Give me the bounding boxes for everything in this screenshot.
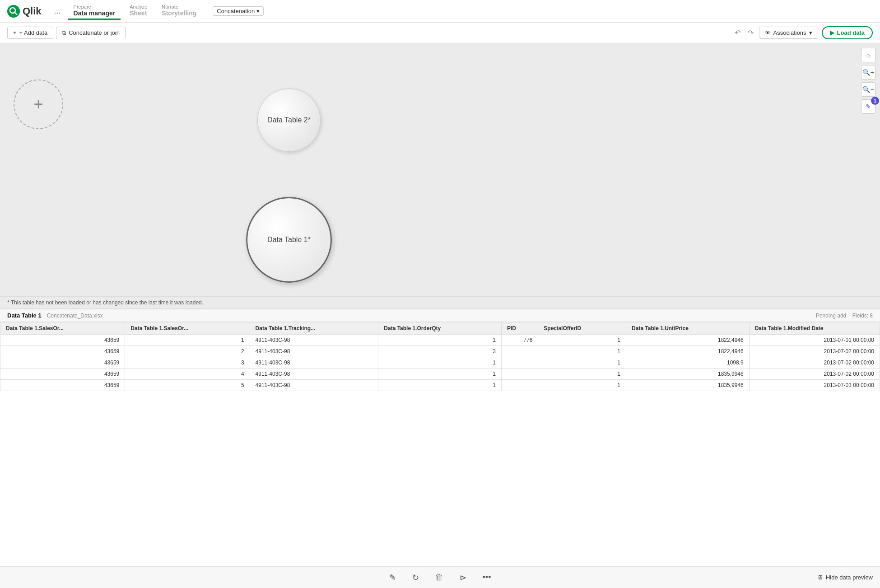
zoom-out-button[interactable]: 🔍− [861, 82, 875, 97]
table-cell: 2 [125, 346, 250, 357]
table-row: 4365934911-403C-98111098,92013-07-02 00:… [0, 357, 880, 369]
table-cell: 2013-07-01 00:00:00 [749, 335, 880, 346]
home-view-button[interactable]: ⌂ [861, 48, 875, 62]
table-cell: 2013-07-02 00:00:00 [749, 357, 880, 369]
table-cell: 43659 [0, 357, 125, 369]
table-cell: 4911-403C-98 [250, 346, 378, 357]
table-cell [501, 369, 538, 380]
bottom-toolbar: ✎ ↻ 🗑 ⊳ ••• 🖥 Hide data preview [0, 566, 880, 588]
more-options-button[interactable]: ... [51, 5, 65, 18]
data-preview-subtitle: Concatenate_Data.xlsx [47, 313, 103, 319]
concatenation-dropdown[interactable]: Concatenation ▾ [213, 6, 264, 16]
table-cell: 5 [125, 380, 250, 391]
table-body: 4365914911-403C-98177611822,49462013-07-… [0, 335, 880, 391]
canvas-area: + Data Table 2* Data Table 1* ⌂ 🔍+ 🔍− 1 … [0, 43, 880, 296]
table-cell: 4911-403C-98 [250, 380, 378, 391]
home-icon: ⌂ [866, 51, 870, 59]
data-table: Data Table 1.SalesOr...Data Table 1.Sale… [0, 322, 880, 391]
table-cell: 3 [378, 346, 502, 357]
filter-button[interactable]: ⊳ [455, 570, 471, 585]
table-row: 4365944911-403C-98111835,99462013-07-02 … [0, 369, 880, 380]
table-col-header: Data Table 1.Tracking... [250, 322, 378, 335]
qlik-logo-text: Qlik [23, 5, 42, 17]
add-data-button[interactable]: + + Add data [7, 27, 53, 39]
add-table-button[interactable]: + [14, 79, 63, 129]
table-cell: 1835,9946 [626, 369, 750, 380]
toolbar-right: ↶ ↷ 👁 Associations ▾ ▶ Load data [733, 26, 873, 39]
qlik-logo: Qlik [7, 5, 42, 18]
data-table-2-label: Data Table 2* [267, 116, 311, 124]
table-cell: 4911-403C-98 [250, 369, 378, 380]
data-table-2-node[interactable]: Data Table 2* [257, 89, 321, 152]
add-table-plus-icon: + [33, 95, 43, 114]
table-cell: 1 [538, 380, 626, 391]
table-cell: 1822,4946 [626, 335, 750, 346]
footnote-text: * This table has not been loaded or has … [7, 299, 203, 306]
table-cell: 43659 [0, 335, 125, 346]
concatenate-label: Concatenate or join [69, 29, 120, 36]
table-wrapper: Data Table 1.SalesOr...Data Table 1.Sale… [0, 322, 880, 391]
table-cell: 1 [378, 369, 502, 380]
data-preview-header: Data Table 1 Concatenate_Data.xlsx Pendi… [0, 309, 880, 322]
data-table-1-node[interactable]: Data Table 1* [246, 197, 332, 283]
filter-icon: ⊳ [460, 573, 466, 582]
data-table-1-label: Data Table 1* [267, 236, 311, 244]
tab-prepare-sub: Prepare [74, 4, 116, 9]
table-cell: 43659 [0, 380, 125, 391]
edit-icon: ✎ [389, 573, 396, 582]
tab-narrate[interactable]: Narrate Storytelling [156, 2, 202, 20]
footnote: * This table has not been loaded or has … [0, 296, 880, 308]
associations-button[interactable]: 👁 Associations ▾ [759, 27, 818, 39]
dropdown-chevron-icon: ▾ [256, 8, 260, 14]
data-preview: Data Table 1 Concatenate_Data.xlsx Pendi… [0, 308, 880, 588]
add-data-label: + Add data [19, 29, 48, 36]
hide-preview-button[interactable]: 🖥 Hide data preview [817, 574, 873, 581]
table-col-header: PID [501, 322, 538, 335]
load-data-label: Load data [837, 29, 865, 36]
tab-prepare[interactable]: Prepare Data manager [68, 2, 121, 20]
tab-analyze[interactable]: Analyze Sheet [124, 2, 153, 20]
zoom-in-button[interactable]: 🔍+ [861, 65, 875, 79]
concatenate-or-join-button[interactable]: ⧉ Concatenate or join [56, 27, 126, 39]
pencil-badge-button[interactable]: 1 ✎ [861, 99, 875, 114]
delete-button[interactable]: 🗑 [431, 570, 448, 585]
table-cell: 4 [125, 369, 250, 380]
table-row: 4365924911-403C-98311822,49462013-07-02 … [0, 346, 880, 357]
table-cell [501, 357, 538, 369]
associations-label: Associations [773, 29, 806, 36]
tab-narrate-main: Storytelling [162, 9, 196, 17]
table-col-header: Data Table 1.UnitPrice [626, 322, 750, 335]
tab-narrate-sub: Narrate [162, 4, 196, 9]
table-header: Data Table 1.SalesOr...Data Table 1.Sale… [0, 322, 880, 335]
delete-icon: 🗑 [435, 573, 443, 582]
table-cell: 1 [378, 335, 502, 346]
canvas-tools: ⌂ 🔍+ 🔍− 1 ✎ [861, 48, 875, 114]
table-header-row: Data Table 1.SalesOr...Data Table 1.Sale… [0, 322, 880, 335]
table-cell: 4911-403C-98 [250, 357, 378, 369]
load-data-button[interactable]: ▶ Load data [822, 26, 873, 39]
add-icon: + [13, 29, 17, 36]
data-preview-title: Data Table 1 [7, 312, 42, 319]
redo-button[interactable]: ↷ [746, 27, 755, 39]
more-actions-button[interactable]: ••• [478, 570, 496, 585]
concatenation-label: Concatenation [217, 8, 255, 14]
table-cell: 2013-07-02 00:00:00 [749, 346, 880, 357]
table-cell: 3 [125, 357, 250, 369]
table-col-header: Data Table 1.SalesOr... [125, 322, 250, 335]
top-nav: Qlik ... Prepare Data manager Analyze Sh… [0, 0, 880, 23]
refresh-icon: ↻ [412, 573, 419, 582]
concatenate-icon: ⧉ [62, 29, 66, 37]
edit-button[interactable]: ✎ [385, 570, 400, 585]
table-cell: 43659 [0, 346, 125, 357]
toolbar: + + Add data ⧉ Concatenate or join ↶ ↷ 👁… [0, 23, 880, 43]
table-cell: 776 [501, 335, 538, 346]
table-cell: 1 [125, 335, 250, 346]
table-cell: 1 [378, 357, 502, 369]
qlik-logo-icon [7, 5, 20, 18]
bottom-right: 🖥 Hide data preview [817, 574, 873, 581]
undo-button[interactable]: ↶ [733, 27, 742, 39]
table-col-header: SpecialOfferID [538, 322, 626, 335]
zoom-in-icon: 🔍+ [862, 69, 874, 76]
more-actions-icon: ••• [483, 573, 491, 582]
refresh-button[interactable]: ↻ [408, 570, 424, 585]
